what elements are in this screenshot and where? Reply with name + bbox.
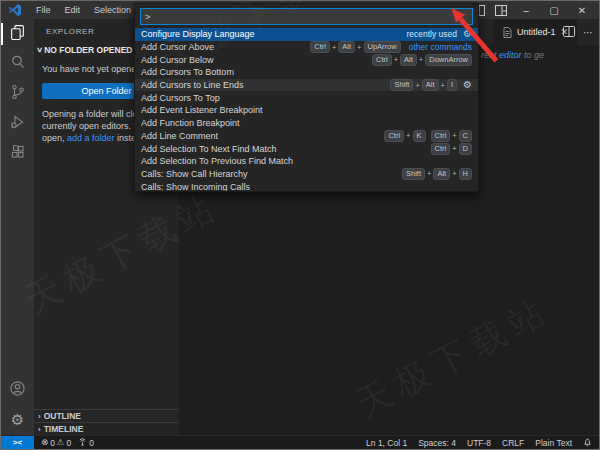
- remote-icon: ><: [13, 438, 22, 447]
- command-item-label: Calls: Show Incoming Calls: [141, 182, 472, 192]
- manage-settings-button[interactable]: ⚙: [1, 405, 34, 435]
- editor-hint-text: rent editor to ge: [481, 50, 544, 60]
- command-group-separator-label: other commands: [409, 42, 472, 52]
- maximize-button[interactable]: ▢: [541, 2, 567, 18]
- keybinding-plus: +: [357, 43, 361, 52]
- search-icon: [10, 54, 26, 74]
- command-item[interactable]: Add Selection To Previous Find Match: [135, 155, 478, 168]
- command-item[interactable]: Add Cursors to Line EndsShift+Alt+I⚙: [135, 79, 478, 92]
- close-window-button[interactable]: ✕: [569, 2, 595, 18]
- keybinding-group: Shift+Alt+H: [402, 168, 472, 180]
- remote-indicator-button[interactable]: ><: [1, 436, 34, 450]
- keybinding-group: Ctrl+D: [431, 143, 472, 155]
- command-item-label: Add Function Breakpoint: [141, 118, 472, 128]
- status-item-crlf[interactable]: CRLF: [502, 438, 524, 448]
- keybinding-key: I: [447, 79, 457, 91]
- broadcast-icon: [78, 437, 87, 448]
- source-control-branch-icon: [10, 84, 26, 104]
- tab-bar-actions: ⋯: [563, 19, 594, 45]
- file-icon: [503, 27, 512, 38]
- command-item-label: Add Cursors To Bottom: [141, 67, 472, 77]
- activity-search-button[interactable]: [1, 49, 34, 79]
- keybinding-plus: +: [441, 81, 445, 90]
- command-item[interactable]: Add Cursor BelowCtrl+Alt+DownArrow: [135, 53, 478, 66]
- menu-edit[interactable]: Edit: [59, 3, 87, 17]
- status-bar: >< ⊗ 0 ⚠ 0 0 Ln 1, Col 1Spaces: 4UTF-8CR…: [1, 435, 599, 449]
- activity-extensions-button[interactable]: [1, 139, 34, 169]
- command-item-label: Configure Display Language: [141, 29, 398, 39]
- run-debug-icon: [10, 114, 26, 134]
- command-item-label: Add Selection To Next Find Match: [141, 144, 426, 154]
- warning-icon: ⚠: [57, 438, 65, 447]
- command-palette-input[interactable]: >: [140, 8, 473, 25]
- status-item-spaces-4[interactable]: Spaces: 4: [418, 438, 456, 448]
- keybinding-key: Alt: [400, 54, 417, 66]
- menu-selection[interactable]: Selection: [88, 3, 137, 17]
- command-item-label: Add Selection To Previous Find Match: [141, 156, 472, 166]
- ports-status[interactable]: 0: [78, 437, 94, 448]
- command-item-label: Add Cursor Below: [141, 55, 367, 65]
- split-editor-icon[interactable]: [563, 23, 575, 41]
- keybinding-key: D: [459, 143, 472, 155]
- add-a-folder-link[interactable]: add a folder: [67, 133, 115, 143]
- command-item[interactable]: Calls: Show Call HierarchyShift+Alt+H: [135, 168, 478, 181]
- timeline-label: TIMELINE: [44, 424, 84, 434]
- activity-run-debug-button[interactable]: [1, 109, 34, 139]
- keybinding-key: Ctrl: [431, 130, 451, 142]
- tab-label: Untitled-1: [517, 27, 556, 37]
- activity-bar-bottom: ⚙: [1, 375, 34, 435]
- command-group-separator-label: recently used: [406, 29, 457, 39]
- minimize-button[interactable]: –: [513, 2, 539, 18]
- command-item-label: Add Event Listener Breakpoint: [141, 105, 472, 115]
- command-item[interactable]: Add Cursors To Top: [135, 91, 478, 104]
- command-item[interactable]: Add Line CommentCtrl+KCtrl+C: [135, 130, 478, 143]
- command-item[interactable]: Add Cursor AboveCtrl+Alt+UpArrowother co…: [135, 41, 478, 54]
- editor-link[interactable]: editor: [499, 50, 522, 60]
- keybinding-plus: +: [419, 55, 423, 64]
- files-icon: [9, 24, 26, 45]
- command-item[interactable]: Configure Display Languagerecently used⚙: [135, 28, 478, 41]
- timeline-section-header[interactable]: › TIMELINE: [34, 422, 179, 435]
- keybinding-key: UpArrow: [364, 41, 401, 53]
- keybinding-key: Ctrl: [431, 143, 451, 155]
- gear-icon: ⚙: [11, 413, 24, 428]
- keybinding-group: Ctrl+K: [384, 130, 425, 142]
- command-item[interactable]: Add Cursors To Bottom: [135, 66, 478, 79]
- status-item-plain-text[interactable]: Plain Text: [535, 438, 572, 448]
- command-item[interactable]: Add Function Breakpoint: [135, 117, 478, 130]
- command-item-label: Add Cursor Above: [141, 42, 305, 52]
- outline-section-header[interactable]: › OUTLINE: [34, 409, 179, 422]
- broadcast-count: 0: [89, 438, 94, 448]
- command-item-label: Add Cursors To Top: [141, 93, 472, 103]
- account-button[interactable]: [1, 375, 34, 405]
- keybinding-key: H: [459, 168, 472, 180]
- configure-keybinding-gear-icon[interactable]: ⚙: [463, 29, 472, 39]
- bell-icon[interactable]: [583, 437, 592, 449]
- keybinding-key: Ctrl: [372, 54, 392, 66]
- account-icon: [9, 380, 26, 401]
- extensions-icon: [10, 144, 26, 164]
- keybinding-plus: +: [452, 131, 456, 140]
- activity-bar: ⚙: [1, 19, 34, 435]
- command-item[interactable]: Add Selection To Next Find MatchCtrl+D: [135, 142, 478, 155]
- activity-source-control-button[interactable]: [1, 79, 34, 109]
- keybinding-key: Ctrl: [384, 130, 404, 142]
- vscode-logo-icon: [8, 4, 22, 16]
- menu-file[interactable]: File: [30, 3, 57, 17]
- errors-warnings-status[interactable]: ⊗ 0 ⚠ 0: [41, 438, 71, 448]
- more-actions-icon[interactable]: ⋯: [583, 27, 594, 38]
- keybinding-plus: +: [332, 43, 336, 52]
- command-item-label: Add Cursors to Line Ends: [141, 80, 385, 90]
- command-item-label: Add Line Comment: [141, 131, 379, 141]
- configure-keybinding-gear-icon[interactable]: ⚙: [463, 80, 472, 90]
- command-item[interactable]: Add Event Listener Breakpoint: [135, 104, 478, 117]
- status-item-ln-1-col-1[interactable]: Ln 1, Col 1: [366, 438, 407, 448]
- activity-explorer-button[interactable]: [1, 19, 34, 49]
- vscode-window: FileEditSelectionView – ▢ ✕: [0, 0, 600, 450]
- status-item-utf-8[interactable]: UTF-8: [467, 438, 491, 448]
- keybinding-group: Ctrl+Alt+UpArrow: [310, 41, 400, 53]
- customize-layout-icon[interactable]: [491, 3, 511, 17]
- chevron-down-icon: ∨: [36, 46, 43, 54]
- keybinding-key: Alt: [433, 168, 450, 180]
- command-item[interactable]: Calls: Show Incoming Calls: [135, 180, 478, 192]
